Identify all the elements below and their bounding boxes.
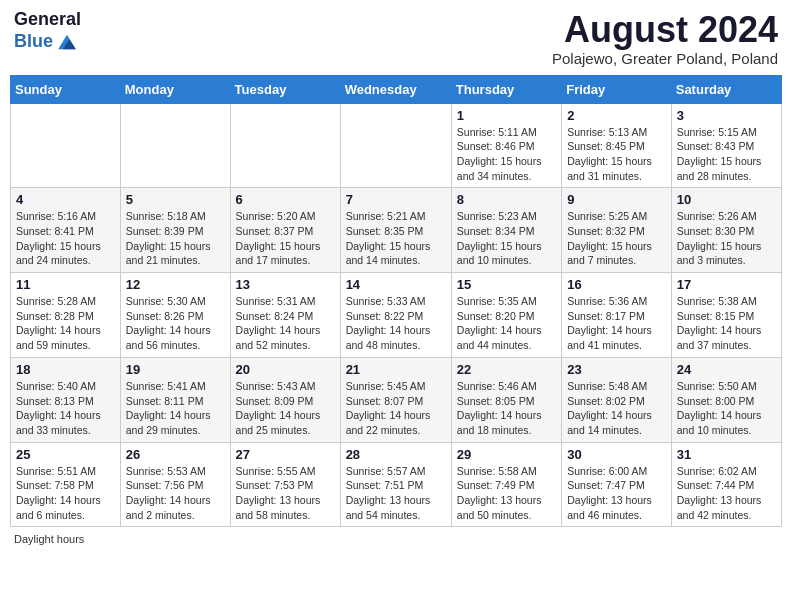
day-detail: Sunrise: 5:16 AM Sunset: 8:41 PM Dayligh…: [16, 209, 115, 268]
calendar-cell: 17Sunrise: 5:38 AM Sunset: 8:15 PM Dayli…: [671, 273, 781, 358]
day-detail: Sunrise: 5:21 AM Sunset: 8:35 PM Dayligh…: [346, 209, 446, 268]
day-number: 16: [567, 277, 666, 292]
calendar-day-header: Wednesday: [340, 75, 451, 103]
day-number: 30: [567, 447, 666, 462]
day-detail: Sunrise: 5:26 AM Sunset: 8:30 PM Dayligh…: [677, 209, 776, 268]
calendar-cell: 15Sunrise: 5:35 AM Sunset: 8:20 PM Dayli…: [451, 273, 561, 358]
day-number: 23: [567, 362, 666, 377]
page-header: General Blue August 2024 Polajewo, Great…: [10, 10, 782, 67]
calendar-cell: 3Sunrise: 5:15 AM Sunset: 8:43 PM Daylig…: [671, 103, 781, 188]
calendar-cell: 7Sunrise: 5:21 AM Sunset: 8:35 PM Daylig…: [340, 188, 451, 273]
calendar-cell: 6Sunrise: 5:20 AM Sunset: 8:37 PM Daylig…: [230, 188, 340, 273]
day-detail: Sunrise: 5:28 AM Sunset: 8:28 PM Dayligh…: [16, 294, 115, 353]
calendar-cell: 19Sunrise: 5:41 AM Sunset: 8:11 PM Dayli…: [120, 357, 230, 442]
calendar-cell: 8Sunrise: 5:23 AM Sunset: 8:34 PM Daylig…: [451, 188, 561, 273]
calendar-cell: [230, 103, 340, 188]
footer-note: Daylight hours: [10, 533, 782, 545]
day-number: 19: [126, 362, 225, 377]
calendar-cell: [120, 103, 230, 188]
calendar-week-row: 11Sunrise: 5:28 AM Sunset: 8:28 PM Dayli…: [11, 273, 782, 358]
calendar-cell: 9Sunrise: 5:25 AM Sunset: 8:32 PM Daylig…: [562, 188, 672, 273]
day-detail: Sunrise: 5:45 AM Sunset: 8:07 PM Dayligh…: [346, 379, 446, 438]
day-number: 14: [346, 277, 446, 292]
day-detail: Sunrise: 6:00 AM Sunset: 7:47 PM Dayligh…: [567, 464, 666, 523]
calendar-cell: 14Sunrise: 5:33 AM Sunset: 8:22 PM Dayli…: [340, 273, 451, 358]
logo: General Blue: [14, 10, 81, 54]
calendar-cell: 21Sunrise: 5:45 AM Sunset: 8:07 PM Dayli…: [340, 357, 451, 442]
day-number: 22: [457, 362, 556, 377]
calendar-day-header: Saturday: [671, 75, 781, 103]
calendar-cell: 16Sunrise: 5:36 AM Sunset: 8:17 PM Dayli…: [562, 273, 672, 358]
day-detail: Sunrise: 5:46 AM Sunset: 8:05 PM Dayligh…: [457, 379, 556, 438]
calendar-cell: 31Sunrise: 6:02 AM Sunset: 7:44 PM Dayli…: [671, 442, 781, 527]
day-detail: Sunrise: 5:41 AM Sunset: 8:11 PM Dayligh…: [126, 379, 225, 438]
calendar-cell: [340, 103, 451, 188]
calendar-day-header: Thursday: [451, 75, 561, 103]
day-detail: Sunrise: 5:38 AM Sunset: 8:15 PM Dayligh…: [677, 294, 776, 353]
day-number: 18: [16, 362, 115, 377]
calendar-cell: 13Sunrise: 5:31 AM Sunset: 8:24 PM Dayli…: [230, 273, 340, 358]
day-number: 3: [677, 108, 776, 123]
day-number: 10: [677, 192, 776, 207]
calendar-header-row: SundayMondayTuesdayWednesdayThursdayFrid…: [11, 75, 782, 103]
calendar-cell: 30Sunrise: 6:00 AM Sunset: 7:47 PM Dayli…: [562, 442, 672, 527]
day-detail: Sunrise: 5:55 AM Sunset: 7:53 PM Dayligh…: [236, 464, 335, 523]
day-detail: Sunrise: 5:33 AM Sunset: 8:22 PM Dayligh…: [346, 294, 446, 353]
day-detail: Sunrise: 5:48 AM Sunset: 8:02 PM Dayligh…: [567, 379, 666, 438]
calendar-day-header: Monday: [120, 75, 230, 103]
calendar-week-row: 18Sunrise: 5:40 AM Sunset: 8:13 PM Dayli…: [11, 357, 782, 442]
day-number: 5: [126, 192, 225, 207]
day-detail: Sunrise: 5:50 AM Sunset: 8:00 PM Dayligh…: [677, 379, 776, 438]
calendar-cell: 25Sunrise: 5:51 AM Sunset: 7:58 PM Dayli…: [11, 442, 121, 527]
day-number: 21: [346, 362, 446, 377]
calendar-day-header: Friday: [562, 75, 672, 103]
logo-icon: [55, 30, 79, 54]
calendar-cell: 12Sunrise: 5:30 AM Sunset: 8:26 PM Dayli…: [120, 273, 230, 358]
day-detail: Sunrise: 5:43 AM Sunset: 8:09 PM Dayligh…: [236, 379, 335, 438]
location-subtitle: Polajewo, Greater Poland, Poland: [552, 50, 778, 67]
month-year-title: August 2024: [552, 10, 778, 50]
day-number: 1: [457, 108, 556, 123]
day-detail: Sunrise: 5:11 AM Sunset: 8:46 PM Dayligh…: [457, 125, 556, 184]
day-detail: Sunrise: 5:36 AM Sunset: 8:17 PM Dayligh…: [567, 294, 666, 353]
day-detail: Sunrise: 5:31 AM Sunset: 8:24 PM Dayligh…: [236, 294, 335, 353]
day-detail: Sunrise: 5:58 AM Sunset: 7:49 PM Dayligh…: [457, 464, 556, 523]
calendar-day-header: Tuesday: [230, 75, 340, 103]
calendar-week-row: 25Sunrise: 5:51 AM Sunset: 7:58 PM Dayli…: [11, 442, 782, 527]
day-number: 2: [567, 108, 666, 123]
day-number: 31: [677, 447, 776, 462]
day-number: 8: [457, 192, 556, 207]
calendar-cell: 18Sunrise: 5:40 AM Sunset: 8:13 PM Dayli…: [11, 357, 121, 442]
calendar-cell: 2Sunrise: 5:13 AM Sunset: 8:45 PM Daylig…: [562, 103, 672, 188]
day-number: 13: [236, 277, 335, 292]
day-detail: Sunrise: 5:35 AM Sunset: 8:20 PM Dayligh…: [457, 294, 556, 353]
calendar-cell: 10Sunrise: 5:26 AM Sunset: 8:30 PM Dayli…: [671, 188, 781, 273]
calendar-cell: 26Sunrise: 5:53 AM Sunset: 7:56 PM Dayli…: [120, 442, 230, 527]
day-number: 24: [677, 362, 776, 377]
logo-general-text: General: [14, 10, 81, 30]
day-detail: Sunrise: 5:25 AM Sunset: 8:32 PM Dayligh…: [567, 209, 666, 268]
day-number: 11: [16, 277, 115, 292]
day-detail: Sunrise: 5:18 AM Sunset: 8:39 PM Dayligh…: [126, 209, 225, 268]
daylight-label: Daylight hours: [14, 533, 84, 545]
calendar-cell: 27Sunrise: 5:55 AM Sunset: 7:53 PM Dayli…: [230, 442, 340, 527]
day-number: 28: [346, 447, 446, 462]
day-detail: Sunrise: 5:23 AM Sunset: 8:34 PM Dayligh…: [457, 209, 556, 268]
day-number: 25: [16, 447, 115, 462]
day-detail: Sunrise: 5:13 AM Sunset: 8:45 PM Dayligh…: [567, 125, 666, 184]
title-block: August 2024 Polajewo, Greater Poland, Po…: [552, 10, 778, 67]
calendar-cell: 4Sunrise: 5:16 AM Sunset: 8:41 PM Daylig…: [11, 188, 121, 273]
day-number: 4: [16, 192, 115, 207]
day-number: 26: [126, 447, 225, 462]
calendar-cell: 23Sunrise: 5:48 AM Sunset: 8:02 PM Dayli…: [562, 357, 672, 442]
day-detail: Sunrise: 5:53 AM Sunset: 7:56 PM Dayligh…: [126, 464, 225, 523]
calendar-table: SundayMondayTuesdayWednesdayThursdayFrid…: [10, 75, 782, 528]
logo-blue-text: Blue: [14, 32, 53, 52]
calendar-cell: [11, 103, 121, 188]
day-detail: Sunrise: 5:20 AM Sunset: 8:37 PM Dayligh…: [236, 209, 335, 268]
calendar-cell: 11Sunrise: 5:28 AM Sunset: 8:28 PM Dayli…: [11, 273, 121, 358]
day-number: 29: [457, 447, 556, 462]
day-detail: Sunrise: 5:15 AM Sunset: 8:43 PM Dayligh…: [677, 125, 776, 184]
calendar-cell: 22Sunrise: 5:46 AM Sunset: 8:05 PM Dayli…: [451, 357, 561, 442]
day-number: 20: [236, 362, 335, 377]
